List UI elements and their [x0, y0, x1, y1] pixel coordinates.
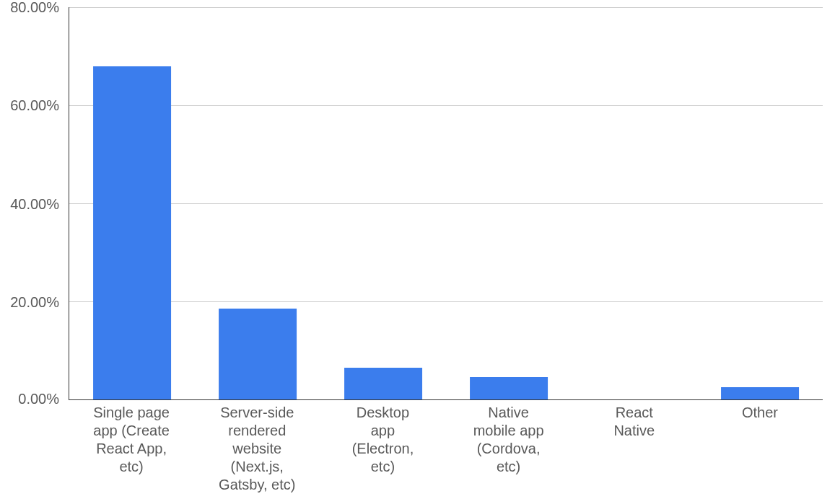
x-tick-label: React Native — [572, 404, 697, 494]
y-tick-label: 0.00% — [18, 391, 59, 407]
bar — [93, 66, 171, 399]
bar — [344, 368, 422, 399]
bar-slot — [69, 7, 195, 399]
y-tick-label: 80.00% — [10, 0, 59, 16]
x-tick-label: Other — [697, 404, 823, 494]
y-tick-label: 60.00% — [10, 97, 59, 114]
bar-chart: 0.00% 20.00% 40.00% 60.00% 80.00% Single… — [0, 0, 835, 504]
x-tick-label: Server-side rendered website (Next.js, G… — [194, 404, 320, 494]
x-tick-label: Single page app (Create React App, etc) — [69, 404, 194, 494]
bars-container — [69, 7, 823, 399]
bar-slot — [697, 7, 823, 399]
y-tick-label: 40.00% — [10, 195, 59, 212]
plot-area — [69, 7, 823, 400]
x-tick-label: Native mobile app (Cordova, etc) — [446, 404, 572, 494]
bar — [721, 387, 799, 399]
bar — [219, 309, 297, 399]
bar-slot — [446, 7, 572, 399]
y-tick-label: 20.00% — [10, 293, 59, 310]
bar-slot — [195, 7, 320, 399]
y-axis-ticks: 0.00% 20.00% 40.00% 60.00% 80.00% — [0, 7, 65, 400]
x-tick-label: Desktop app (Electron, etc) — [320, 404, 445, 494]
bar-slot — [572, 7, 697, 399]
bar — [470, 377, 548, 399]
x-axis-labels: Single page app (Create React App, etc) … — [69, 404, 823, 494]
bar-slot — [320, 7, 446, 399]
